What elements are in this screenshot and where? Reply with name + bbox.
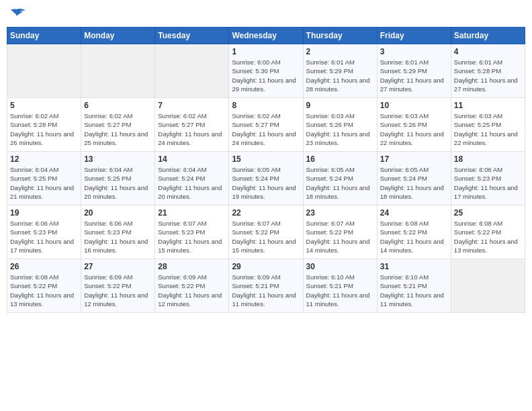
day-cell: 6Sunrise: 6:02 AM Sunset: 5:27 PM Daylig… [81,98,155,152]
day-cell: 7Sunrise: 6:02 AM Sunset: 5:27 PM Daylig… [155,98,229,152]
header-day-saturday: Saturday [451,28,525,44]
day-number: 14 [158,154,226,164]
day-cell: 29Sunrise: 6:09 AM Sunset: 5:21 PM Dayli… [229,259,303,313]
day-info: Sunrise: 6:10 AM Sunset: 5:21 PM Dayligh… [380,273,448,308]
day-number: 4 [454,47,522,56]
day-info: Sunrise: 6:03 AM Sunset: 5:25 PM Dayligh… [454,111,522,147]
page-header [7,7,525,23]
day-info: Sunrise: 6:05 AM Sunset: 5:24 PM Dayligh… [306,165,374,201]
day-info: Sunrise: 6:03 AM Sunset: 5:26 PM Dayligh… [306,111,374,147]
day-number: 18 [454,154,522,164]
day-number: 22 [232,208,300,218]
week-row-3: 12Sunrise: 6:04 AM Sunset: 5:25 PM Dayli… [7,152,525,205]
day-info: Sunrise: 6:06 AM Sunset: 5:23 PM Dayligh… [10,219,78,255]
day-number: 13 [84,154,152,164]
day-number: 5 [10,101,78,110]
day-info: Sunrise: 6:08 AM Sunset: 5:22 PM Dayligh… [454,219,522,255]
day-number: 19 [10,208,78,218]
day-info: Sunrise: 6:05 AM Sunset: 5:24 PM Dayligh… [232,165,300,201]
header-day-monday: Monday [81,28,155,44]
day-info: Sunrise: 6:09 AM Sunset: 5:22 PM Dayligh… [158,273,226,308]
day-info: Sunrise: 6:07 AM Sunset: 5:22 PM Dayligh… [232,219,300,255]
day-info: Sunrise: 6:05 AM Sunset: 5:24 PM Dayligh… [380,165,448,201]
day-cell: 11Sunrise: 6:03 AM Sunset: 5:25 PM Dayli… [451,98,525,152]
day-number: 27 [84,262,152,271]
day-number: 7 [158,101,226,110]
day-number: 24 [380,208,448,218]
week-row-4: 19Sunrise: 6:06 AM Sunset: 5:23 PM Dayli… [7,205,525,259]
day-number: 25 [454,208,522,218]
day-cell: 25Sunrise: 6:08 AM Sunset: 5:22 PM Dayli… [451,205,525,259]
day-info: Sunrise: 6:01 AM Sunset: 5:28 PM Dayligh… [454,58,522,93]
day-info: Sunrise: 6:04 AM Sunset: 5:25 PM Dayligh… [10,165,78,201]
day-number: 31 [380,262,448,271]
day-cell: 1Sunrise: 6:00 AM Sunset: 5:30 PM Daylig… [229,44,303,98]
week-row-2: 5Sunrise: 6:02 AM Sunset: 5:28 PM Daylig… [7,98,525,152]
day-number: 8 [232,101,300,110]
day-info: Sunrise: 6:06 AM Sunset: 5:23 PM Dayligh… [84,219,152,255]
day-cell: 18Sunrise: 6:06 AM Sunset: 5:23 PM Dayli… [451,152,525,205]
day-cell: 22Sunrise: 6:07 AM Sunset: 5:22 PM Dayli… [229,205,303,259]
day-info: Sunrise: 6:01 AM Sunset: 5:29 PM Dayligh… [306,58,374,93]
day-cell: 15Sunrise: 6:05 AM Sunset: 5:24 PM Dayli… [229,152,303,205]
day-cell: 10Sunrise: 6:03 AM Sunset: 5:26 PM Dayli… [377,98,451,152]
day-cell: 20Sunrise: 6:06 AM Sunset: 5:23 PM Dayli… [81,205,155,259]
day-info: Sunrise: 6:02 AM Sunset: 5:27 PM Dayligh… [158,111,226,147]
day-cell: 31Sunrise: 6:10 AM Sunset: 5:21 PM Dayli… [377,259,451,313]
header-day-friday: Friday [377,28,451,44]
day-cell: 19Sunrise: 6:06 AM Sunset: 5:23 PM Dayli… [7,205,81,259]
day-cell [155,44,229,98]
day-number: 12 [10,154,78,164]
day-cell [451,259,525,313]
header-day-thursday: Thursday [303,28,377,44]
day-info: Sunrise: 6:09 AM Sunset: 5:22 PM Dayligh… [84,273,152,308]
day-info: Sunrise: 6:08 AM Sunset: 5:22 PM Dayligh… [10,273,78,308]
header-row: SundayMondayTuesdayWednesdayThursdayFrid… [7,28,525,44]
day-cell: 16Sunrise: 6:05 AM Sunset: 5:24 PM Dayli… [303,152,377,205]
day-info: Sunrise: 6:07 AM Sunset: 5:23 PM Dayligh… [158,219,226,255]
day-cell: 26Sunrise: 6:08 AM Sunset: 5:22 PM Dayli… [7,259,81,313]
day-info: Sunrise: 6:04 AM Sunset: 5:25 PM Dayligh… [84,165,152,201]
day-cell: 28Sunrise: 6:09 AM Sunset: 5:22 PM Dayli… [155,259,229,313]
header-day-sunday: Sunday [7,28,81,44]
day-number: 6 [84,101,152,110]
day-cell [7,44,81,98]
day-number: 9 [306,101,374,110]
day-info: Sunrise: 6:02 AM Sunset: 5:27 PM Dayligh… [232,111,300,147]
day-info: Sunrise: 6:10 AM Sunset: 5:21 PM Dayligh… [306,273,374,308]
day-number: 21 [158,208,226,218]
day-info: Sunrise: 6:08 AM Sunset: 5:22 PM Dayligh… [380,219,448,255]
week-row-5: 26Sunrise: 6:08 AM Sunset: 5:22 PM Dayli… [7,259,525,313]
day-number: 15 [232,154,300,164]
day-number: 23 [306,208,374,218]
day-number: 30 [306,262,374,271]
day-info: Sunrise: 6:00 AM Sunset: 5:30 PM Dayligh… [232,58,300,93]
day-info: Sunrise: 6:02 AM Sunset: 5:27 PM Dayligh… [84,111,152,147]
day-info: Sunrise: 6:07 AM Sunset: 5:22 PM Dayligh… [306,219,374,255]
day-cell: 12Sunrise: 6:04 AM Sunset: 5:25 PM Dayli… [7,152,81,205]
week-row-1: 1Sunrise: 6:00 AM Sunset: 5:30 PM Daylig… [7,44,525,98]
day-info: Sunrise: 6:03 AM Sunset: 5:26 PM Dayligh… [380,111,448,147]
day-number: 1 [232,47,300,56]
day-number: 20 [84,208,152,218]
logo-bird-icon [7,7,27,23]
header-day-wednesday: Wednesday [229,28,303,44]
day-number: 2 [306,47,374,56]
day-cell: 5Sunrise: 6:02 AM Sunset: 5:28 PM Daylig… [7,98,81,152]
day-number: 3 [380,47,448,56]
day-cell: 30Sunrise: 6:10 AM Sunset: 5:21 PM Dayli… [303,259,377,313]
day-info: Sunrise: 6:01 AM Sunset: 5:29 PM Dayligh… [380,58,448,93]
header-day-tuesday: Tuesday [155,28,229,44]
day-number: 16 [306,154,374,164]
day-number: 17 [380,154,448,164]
day-info: Sunrise: 6:04 AM Sunset: 5:24 PM Dayligh… [158,165,226,201]
day-cell: 8Sunrise: 6:02 AM Sunset: 5:27 PM Daylig… [229,98,303,152]
day-cell: 21Sunrise: 6:07 AM Sunset: 5:23 PM Dayli… [155,205,229,259]
calendar-table: SundayMondayTuesdayWednesdayThursdayFrid… [7,27,525,313]
day-cell: 9Sunrise: 6:03 AM Sunset: 5:26 PM Daylig… [303,98,377,152]
day-number: 29 [232,262,300,271]
day-info: Sunrise: 6:02 AM Sunset: 5:28 PM Dayligh… [10,111,78,147]
day-cell: 23Sunrise: 6:07 AM Sunset: 5:22 PM Dayli… [303,205,377,259]
day-number: 28 [158,262,226,271]
day-number: 10 [380,101,448,110]
